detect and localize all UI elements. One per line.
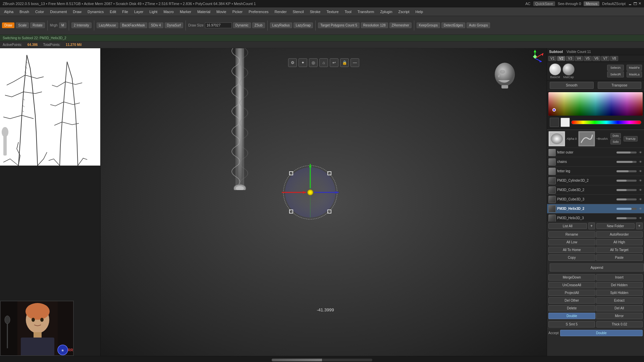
- subtool-item-helix3d-2[interactable]: PM3D_Helix3D_2 👁: [547, 204, 644, 214]
- menu-alpha[interactable]: Alpha: [1, 9, 16, 14]
- subtool-item-chains[interactable]: chains 👁: [547, 157, 644, 167]
- material-sphere-matcap[interactable]: [562, 63, 575, 75]
- dash-icon[interactable]: —: [351, 58, 359, 67]
- m-btn[interactable]: M: [59, 22, 66, 28]
- dots-btn[interactable]: Dots: [610, 133, 621, 138]
- del-hidden-btn[interactable]: Del Hidden: [596, 282, 643, 288]
- selectr-btn[interactable]: SelectR: [607, 71, 624, 77]
- minimize-btn[interactable]: 🗕: [628, 2, 632, 6]
- dynamic-btn[interactable]: Dynamic: [233, 22, 251, 28]
- copy-btn[interactable]: Copy: [548, 254, 595, 261]
- mergedown-btn[interactable]: MergeDown: [548, 274, 595, 281]
- menu-stencil[interactable]: Stencil: [290, 9, 307, 14]
- menu-picker[interactable]: Picker: [230, 9, 246, 14]
- subtool-slider-helix3d-3[interactable]: [616, 217, 637, 219]
- subtool-eye-cube3d-3[interactable]: 👁: [638, 197, 643, 202]
- smooth-btn[interactable]: Smooth: [550, 82, 594, 89]
- paste-btn[interactable]: Paste: [596, 254, 643, 261]
- hue-slider[interactable]: [571, 120, 641, 124]
- lazyradius-btn[interactable]: LazyRadius: [270, 22, 292, 28]
- subtool-slider-fetter-leg[interactable]: [616, 170, 637, 172]
- material-sphere-basic[interactable]: [549, 63, 561, 75]
- s-smt-btn[interactable]: S Smt 5: [548, 321, 595, 327]
- vtab-v6[interactable]: V6: [592, 56, 600, 61]
- lock-icon[interactable]: 🔒: [340, 58, 349, 67]
- maximize-btn[interactable]: 🗖: [633, 2, 637, 6]
- vtab-v3[interactable]: V3: [566, 56, 574, 61]
- append-btn[interactable]: Append: [550, 263, 644, 272]
- intensity-btn[interactable]: 2 Intensity: [71, 22, 92, 28]
- all-to-target-btn[interactable]: All To Target: [596, 247, 643, 253]
- autoreorder-btn[interactable]: AutoReorder: [596, 231, 643, 238]
- del-all-btn[interactable]: Del All: [596, 305, 643, 311]
- rotate-btn[interactable]: Rotate: [30, 22, 45, 28]
- drawsize-input[interactable]: [205, 22, 232, 28]
- color-picker[interactable]: [548, 92, 643, 116]
- menus-btn[interactable]: Menus: [584, 1, 599, 6]
- all-to-home-btn[interactable]: All To Home: [548, 247, 595, 253]
- menu-dynamics[interactable]: Dynamics: [85, 9, 106, 14]
- vtab-v2[interactable]: V2: [557, 56, 565, 61]
- menu-render[interactable]: Render: [272, 9, 289, 14]
- delete-btn[interactable]: Delete: [548, 305, 595, 311]
- list-add-icon[interactable]: +: [588, 223, 595, 229]
- menu-zplugin[interactable]: Zplugin: [377, 9, 395, 14]
- subtool-item-cylinder3d-2[interactable]: PM3D_Cylinder3D_2 👁: [547, 176, 644, 185]
- menu-transform[interactable]: Transform: [355, 9, 377, 14]
- subtool-slider-fetter-outer[interactable]: [616, 152, 637, 154]
- brush-box[interactable]: [578, 131, 595, 146]
- menu-texture[interactable]: Texture: [324, 9, 341, 14]
- dynasurf-btn[interactable]: DynaSurf: [165, 22, 183, 28]
- uncreaseall-btn[interactable]: UnCreaseAll: [548, 282, 595, 288]
- swatch-white[interactable]: [560, 118, 570, 127]
- tranup-btn[interactable]: TranUp: [624, 136, 638, 141]
- transpose-btn[interactable]: Transpose: [598, 82, 642, 89]
- subtool-eye-chains[interactable]: 👁: [638, 160, 643, 164]
- solo-btn[interactable]: Solo: [610, 139, 621, 144]
- subtool-eye-cylinder3d-2[interactable]: 👁: [638, 178, 643, 183]
- zremesher-btn[interactable]: ZRemesher: [389, 22, 412, 28]
- detectedges-btn[interactable]: DetectEdges: [441, 22, 465, 28]
- menu-stroke[interactable]: Stroke: [307, 9, 323, 14]
- subtool-eye-helix3d-2[interactable]: 👁: [638, 206, 643, 211]
- double-btn[interactable]: Double: [548, 313, 595, 319]
- new-folder-btn[interactable]: New Folder: [596, 223, 635, 229]
- menu-brush[interactable]: Brush: [17, 9, 32, 14]
- subtool-item-fetter-leg[interactable]: fetter leg 👁: [547, 167, 644, 176]
- list-all-btn[interactable]: List All: [548, 223, 587, 229]
- autogroups-btn[interactable]: Auto Groups: [467, 22, 490, 28]
- menu-draw[interactable]: Draw: [70, 9, 84, 14]
- all-high-btn[interactable]: All High: [596, 239, 643, 245]
- subtool-slider-chains[interactable]: [616, 161, 637, 163]
- keepgroups-btn[interactable]: KeepGroups: [417, 22, 440, 28]
- vtab-v4[interactable]: V4: [575, 56, 583, 61]
- subtool-slider-cube3d-3[interactable]: [616, 198, 637, 200]
- menu-movie[interactable]: Movie: [214, 9, 229, 14]
- menu-edit[interactable]: Edit: [107, 9, 119, 14]
- alpha-box[interactable]: [548, 131, 565, 146]
- sdiv-btn[interactable]: SDiv 4: [149, 22, 163, 28]
- lazysnap-btn[interactable]: LazySnap: [293, 22, 313, 28]
- backfacemask-btn[interactable]: BackFaceMask: [120, 22, 147, 28]
- scale-btn[interactable]: Scale: [16, 22, 29, 28]
- close-btn[interactable]: ✕: [638, 1, 641, 6]
- transform-gizmo[interactable]: [277, 159, 344, 227]
- accept-double-btn[interactable]: Double: [560, 330, 643, 336]
- selecta-btn[interactable]: SelectA: [607, 65, 624, 71]
- subtool-eye-fetter-outer[interactable]: 👁: [638, 150, 643, 155]
- menu-zscript[interactable]: Zscript: [396, 9, 412, 14]
- thick-btn[interactable]: Thick 0.02: [596, 321, 643, 327]
- subtool-item-helix3d-3[interactable]: PM3D_Helix3D_3 👁: [547, 214, 644, 222]
- menu-color[interactable]: Color: [33, 9, 47, 14]
- zsub-btn[interactable]: ZSub: [252, 22, 265, 28]
- subtool-slider-helix3d-2[interactable]: [616, 208, 637, 210]
- lazymouse-btn[interactable]: LazyMouse: [97, 22, 118, 28]
- menu-marker[interactable]: Marker: [177, 9, 194, 14]
- vtab-v1[interactable]: V1: [548, 56, 556, 61]
- swatch-black[interactable]: [550, 118, 559, 127]
- menu-preferences[interactable]: Preferences: [246, 9, 271, 14]
- new-folder-icon[interactable]: +: [636, 223, 643, 229]
- del-other-btn[interactable]: Del Other: [548, 297, 595, 304]
- viewport[interactable]: ⚙ ✦ ◎ ⌂ ↩ 🔒 —: [101, 48, 547, 356]
- maskla-btn[interactable]: MaskLa: [627, 71, 642, 77]
